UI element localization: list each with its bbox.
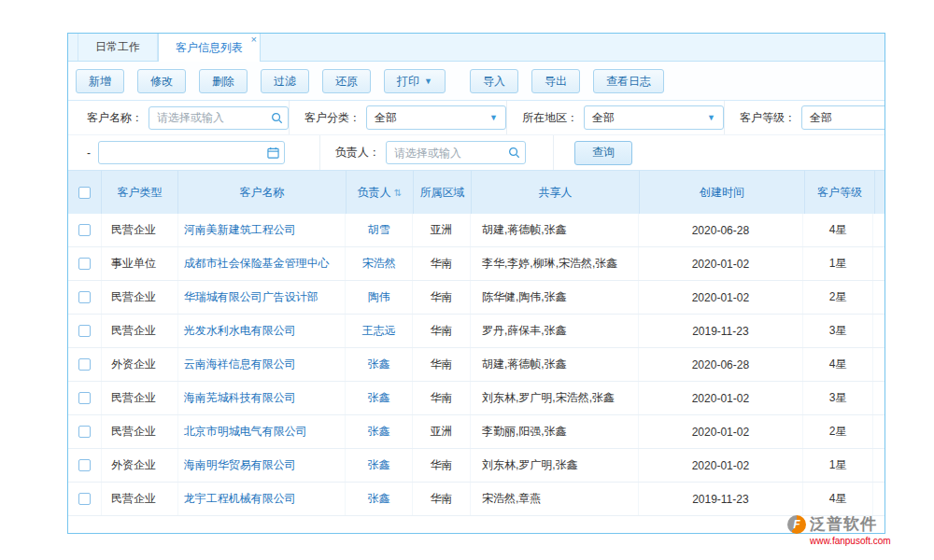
region-select[interactable]: 全部 ▼ bbox=[584, 105, 724, 130]
row-checkbox[interactable] bbox=[78, 224, 91, 236]
table-row[interactable]: 民营企业 光发水利水电有限公司 王志远 华南 罗丹,薛保丰,张鑫 2019-11… bbox=[68, 315, 884, 348]
table-row[interactable]: 民营企业 河南美新建筑工程公司 胡雪 亚洲 胡建,蒋德帧,张鑫 2020-06-… bbox=[68, 214, 884, 247]
owner-link[interactable]: 张鑫 bbox=[368, 424, 390, 440]
customer-name-link[interactable]: 光发水利水电有限公司 bbox=[184, 323, 296, 339]
add-button[interactable]: 新增 bbox=[76, 69, 124, 93]
shared-people: 刘东林,罗广明,宋浩然,张鑫 bbox=[471, 382, 639, 414]
export-button[interactable]: 导出 bbox=[531, 69, 580, 93]
tab-close-icon[interactable]: × bbox=[251, 35, 257, 45]
row-checkbox[interactable] bbox=[78, 258, 91, 270]
tab-label: 客户信息列表 bbox=[176, 40, 243, 56]
owner-link[interactable]: 张鑫 bbox=[368, 357, 390, 372]
row-checkbox[interactable] bbox=[78, 426, 91, 438]
owner-link[interactable]: 张鑫 bbox=[368, 457, 390, 473]
filter-owner: 负责人： bbox=[320, 135, 554, 170]
created-time: 2020-01-02 bbox=[639, 449, 804, 482]
import-button[interactable]: 导入 bbox=[470, 69, 518, 93]
brand-name: 泛普软件 bbox=[810, 513, 877, 535]
customer-type: 民营企业 bbox=[102, 281, 178, 314]
row-checkbox[interactable] bbox=[78, 358, 91, 371]
created-time: 2020-01-02 bbox=[639, 415, 804, 448]
table-row[interactable]: 事业单位 成都市社会保险基金管理中心 宋浩然 华南 李华,李婷,柳琳,宋浩然,张… bbox=[68, 247, 884, 281]
caret-down-icon: ▼ bbox=[424, 77, 432, 86]
footer-brand: F 泛普软件 www.fanpusoft.com bbox=[787, 513, 909, 546]
created-time: 2019-11-23 bbox=[639, 483, 804, 515]
customer-name-link[interactable]: 龙宇工程机械有限公司 bbox=[184, 491, 296, 507]
owner-link[interactable]: 张鑫 bbox=[368, 491, 390, 507]
row-checkbox[interactable] bbox=[78, 392, 91, 404]
customer-name-link[interactable]: 北京市明城电气有限公司 bbox=[184, 424, 307, 440]
table-row[interactable]: 民营企业 海南芜城科技有限公司 张鑫 华南 刘东林,罗广明,宋浩然,张鑫 202… bbox=[68, 382, 884, 415]
owner-link[interactable]: 胡雪 bbox=[368, 222, 390, 238]
date-input[interactable] bbox=[98, 141, 285, 164]
query-button[interactable]: 查询 bbox=[574, 141, 632, 165]
customer-type: 外资企业 bbox=[102, 449, 178, 482]
shared-people: 李勤丽,阳强,张鑫 bbox=[471, 415, 639, 448]
row-checkbox[interactable] bbox=[78, 493, 91, 505]
region: 亚洲 bbox=[413, 415, 471, 448]
owner-input[interactable] bbox=[386, 141, 526, 164]
view-log-button[interactable]: 查看日志 bbox=[593, 69, 664, 93]
customer-type: 事业单位 bbox=[102, 247, 178, 280]
region: 亚洲 bbox=[413, 214, 471, 246]
shared-people: 陈华健,陶伟,张鑫 bbox=[471, 281, 639, 314]
shared-people: 胡建,蒋德帧,张鑫 bbox=[471, 348, 639, 381]
customer-type: 民营企业 bbox=[102, 483, 178, 515]
region-label: 所在地区： bbox=[522, 110, 578, 126]
created-time: 2019-11-23 bbox=[639, 315, 804, 347]
search-icon[interactable] bbox=[507, 147, 520, 160]
search-icon[interactable] bbox=[270, 111, 283, 124]
created-time: 2020-01-02 bbox=[639, 247, 804, 280]
delete-button[interactable]: 删除 bbox=[199, 69, 248, 93]
region: 华南 bbox=[413, 315, 471, 347]
customer-name-link[interactable]: 海南明华贸易有限公司 bbox=[184, 457, 296, 473]
shared-people: 刘东林,罗广明,张鑫 bbox=[471, 449, 639, 482]
header-region: 所属区域 bbox=[414, 171, 472, 214]
select-all-checkbox[interactable] bbox=[78, 187, 91, 199]
tab-customer-list[interactable]: 客户信息列表 × bbox=[158, 34, 261, 62]
tab-bar: 日常工作 客户信息列表 × bbox=[68, 34, 884, 62]
table-row[interactable]: 民营企业 华瑞城有限公司广告设计部 陶伟 华南 陈华健,陶伟,张鑫 2020-0… bbox=[68, 281, 884, 315]
customer-type: 民营企业 bbox=[102, 214, 178, 246]
level-select-value: 全部 bbox=[810, 110, 832, 126]
created-time: 2020-06-28 bbox=[639, 348, 804, 381]
row-checkbox[interactable] bbox=[78, 459, 91, 471]
sort-icon[interactable]: ⇅ bbox=[394, 188, 402, 198]
level-select[interactable]: 全部 ▼ bbox=[801, 105, 884, 130]
row-checkbox[interactable] bbox=[78, 325, 91, 337]
customer-type: 外资企业 bbox=[102, 348, 178, 381]
owner-link[interactable]: 王志远 bbox=[362, 323, 396, 339]
tab-daily-work[interactable]: 日常工作 bbox=[78, 34, 158, 61]
customer-name-link[interactable]: 河南美新建筑工程公司 bbox=[184, 222, 296, 238]
customer-name-link[interactable]: 海南芜城科技有限公司 bbox=[184, 390, 296, 406]
header-level: 客户等级 bbox=[805, 171, 875, 214]
owner-link[interactable]: 宋浩然 bbox=[362, 256, 396, 272]
customer-level: 1星 bbox=[803, 247, 873, 280]
filter-button[interactable]: 过滤 bbox=[261, 69, 309, 93]
category-select[interactable]: 全部 ▼ bbox=[366, 105, 506, 130]
header-shared: 共享人 bbox=[472, 171, 640, 214]
created-time: 2020-01-02 bbox=[639, 382, 804, 414]
brand-url: www.fanpusoft.com bbox=[810, 536, 909, 546]
header-owner: 负责人⇅ bbox=[347, 171, 414, 214]
calendar-icon[interactable] bbox=[266, 147, 279, 160]
table-row[interactable]: 外资企业 海南明华贸易有限公司 张鑫 华南 刘东林,罗广明,张鑫 2020-01… bbox=[68, 449, 884, 483]
customer-type: 民营企业 bbox=[102, 415, 178, 448]
table-row[interactable]: 民营企业 龙宇工程机械有限公司 张鑫 华南 宋浩然,章燕 2019-11-23 … bbox=[68, 483, 884, 516]
customer-name-input[interactable] bbox=[149, 106, 289, 130]
edit-button[interactable]: 修改 bbox=[137, 69, 186, 93]
restore-button[interactable]: 还原 bbox=[322, 69, 371, 93]
customer-name-link[interactable]: 华瑞城有限公司广告设计部 bbox=[184, 289, 318, 305]
table-row[interactable]: 外资企业 云南海祥信息有限公司 张鑫 华南 胡建,蒋德帧,张鑫 2020-06-… bbox=[68, 348, 884, 382]
owner-link[interactable]: 陶伟 bbox=[368, 289, 390, 305]
table-row[interactable]: 民营企业 北京市明城电气有限公司 张鑫 亚洲 李勤丽,阳强,张鑫 2020-01… bbox=[68, 415, 884, 449]
customer-name-link[interactable]: 成都市社会保险基金管理中心 bbox=[184, 256, 330, 272]
customer-table: 客户类型 客户名称 负责人⇅ 所属区域 共享人 创建时间 客户等级 民营企业 河… bbox=[68, 170, 884, 516]
owner-link[interactable]: 张鑫 bbox=[368, 390, 390, 406]
customer-level-label: 客户等级： bbox=[740, 110, 796, 126]
fanpu-logo-icon: F bbox=[787, 515, 806, 534]
row-checkbox[interactable] bbox=[78, 291, 91, 303]
print-button[interactable]: 打印▼ bbox=[384, 69, 446, 93]
customer-name-link[interactable]: 云南海祥信息有限公司 bbox=[184, 357, 296, 372]
table-header-row: 客户类型 客户名称 负责人⇅ 所属区域 共享人 创建时间 客户等级 bbox=[68, 171, 884, 214]
